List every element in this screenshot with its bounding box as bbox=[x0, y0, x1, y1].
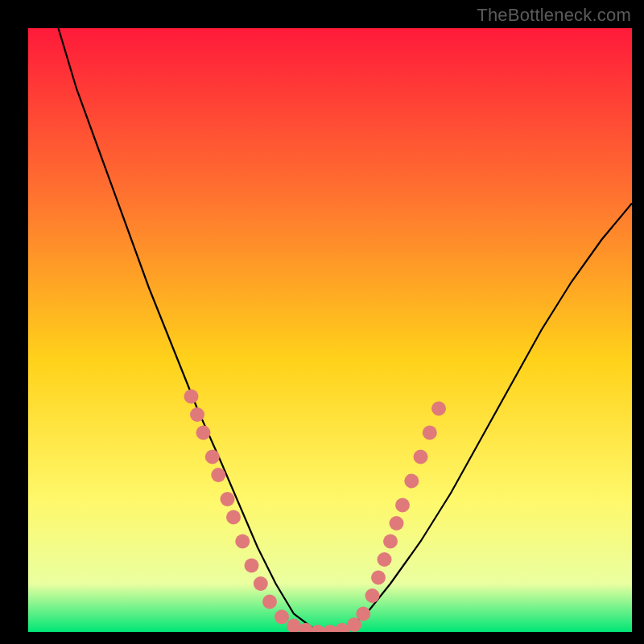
curve-marker bbox=[383, 535, 398, 549]
curve-marker bbox=[390, 516, 404, 530]
chart-svg bbox=[28, 28, 632, 632]
curve-marker bbox=[196, 426, 211, 440]
curve-marker bbox=[262, 595, 277, 609]
curve-marker bbox=[184, 390, 199, 404]
curve-marker bbox=[235, 535, 250, 549]
curve-marker bbox=[395, 498, 410, 513]
curve-marker bbox=[414, 450, 428, 464]
watermark-text: TheBottleneck.com bbox=[477, 5, 631, 26]
curve-marker bbox=[378, 552, 392, 567]
curve-marker bbox=[245, 559, 259, 573]
curve-marker bbox=[226, 510, 241, 525]
plot-area bbox=[28, 28, 632, 632]
curve-marker bbox=[211, 468, 225, 482]
curve-marker bbox=[205, 450, 220, 464]
curve-marker bbox=[221, 492, 235, 506]
curve-marker bbox=[356, 607, 370, 621]
curve-marker bbox=[254, 576, 268, 591]
curve-marker bbox=[431, 402, 446, 416]
curve-marker bbox=[275, 609, 289, 624]
curve-marker bbox=[365, 588, 380, 603]
chart-frame: TheBottleneck.com bbox=[0, 0, 644, 644]
curve-marker bbox=[371, 571, 386, 585]
curve-marker bbox=[190, 407, 204, 422]
curve-marker bbox=[423, 426, 437, 440]
curve-marker bbox=[404, 474, 419, 489]
